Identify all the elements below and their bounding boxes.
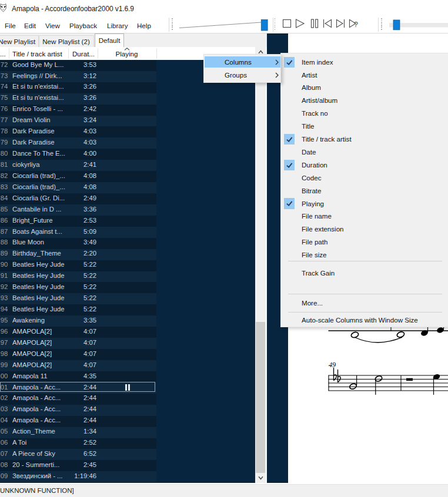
- svg-text:?: ?: [354, 20, 359, 29]
- svg-text:49: 49: [329, 361, 336, 369]
